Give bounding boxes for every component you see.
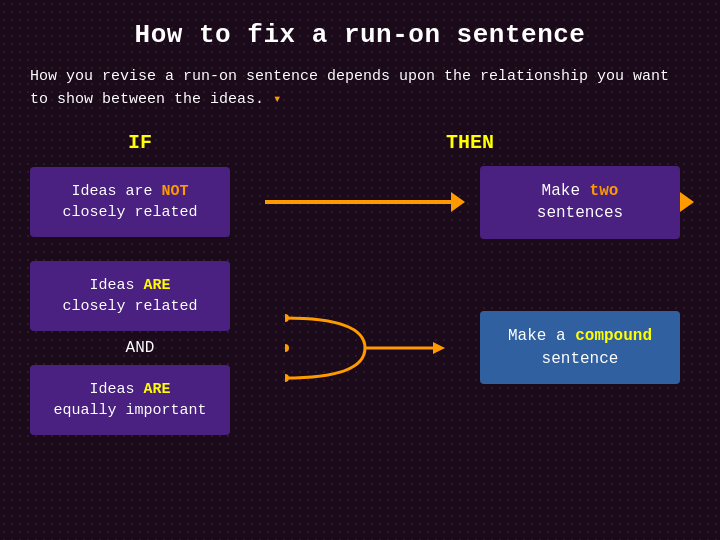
row2-then-box: Make a compound sentence: [480, 311, 680, 384]
header-then: THEN: [250, 131, 690, 154]
row2-arrows-svg: [285, 298, 445, 398]
row1: Ideas are NOT closely related Make two s…: [30, 166, 690, 239]
row1-then-box: Make two sentences: [480, 166, 680, 239]
subtitle: How you revise a run-on sentence depends…: [30, 66, 690, 111]
then-box-arrow-icon: [680, 192, 694, 212]
row2-and-label: AND: [30, 335, 250, 361]
row1-if-col: Ideas are NOT closely related: [30, 167, 250, 237]
row2-if-box1: Ideas ARE closely related: [30, 261, 230, 331]
row2-arrow-col: [250, 298, 480, 398]
row1-arrow-icon: [265, 192, 465, 212]
row1-if-box: Ideas are NOT closely related: [30, 167, 230, 237]
page-wrapper: How to fix a run-on sentence How you rev…: [0, 0, 720, 540]
page-title: How to fix a run-on sentence: [30, 20, 690, 50]
svg-marker-1: [433, 342, 445, 354]
svg-point-2: [285, 314, 289, 322]
svg-point-4: [285, 374, 289, 382]
row2: Ideas ARE closely related AND Ideas ARE …: [30, 261, 690, 435]
row1-arrow-col: [250, 192, 480, 212]
header-if: IF: [30, 131, 250, 154]
headers-row: IF THEN: [30, 131, 690, 154]
row2-if-box2: Ideas ARE equally important: [30, 365, 230, 435]
row2-then-col: Make a compound sentence: [480, 311, 690, 384]
row2-if-col: Ideas ARE closely related AND Ideas ARE …: [30, 261, 250, 435]
row1-then-col: Make two sentences: [480, 166, 690, 239]
svg-point-3: [285, 344, 289, 352]
subtitle-arrow-icon: ▾: [273, 89, 281, 110]
